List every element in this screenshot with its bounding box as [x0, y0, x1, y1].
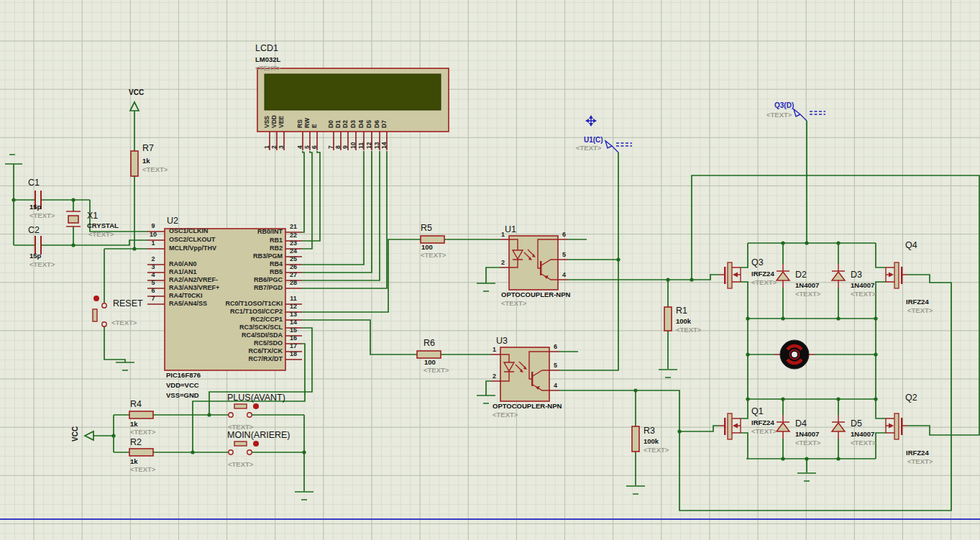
r4-text: <TEXT>	[130, 429, 155, 436]
q3d-text: <TEXT>	[766, 111, 792, 119]
q4-val: IRFZ24	[906, 298, 929, 306]
c2-ref: C2	[28, 226, 40, 235]
schematic-canvas[interactable]: LCD1LM032L<TEXT>VCCR71k<TEXT>C115p<TEXT>…	[0, 0, 980, 540]
resistor-r4[interactable]	[129, 411, 153, 418]
u1-part: OPTOCOUPLER-NPN	[501, 291, 570, 298]
mcu-pin-name-RC5/SDO: RC5/SDO	[182, 340, 283, 347]
mcu-pin-name-RB3/PGM: RB3/PGM	[182, 253, 283, 260]
u3-part: OPTOCOUPLER-NPN	[493, 403, 562, 410]
c1-val: 15p	[29, 203, 41, 211]
diode-d3[interactable]	[832, 264, 845, 288]
resistor-r6[interactable]	[417, 351, 441, 358]
r6-ref: R6	[423, 339, 435, 348]
diode-d5[interactable]	[832, 415, 845, 439]
resistor-r1[interactable]	[664, 307, 672, 331]
lcd-pin-number-4: 4	[297, 145, 303, 149]
d3-ref: D3	[851, 270, 862, 280]
q2-val: IRFZ24	[906, 449, 929, 457]
lcd-pin-name-VSS: VSS	[264, 116, 270, 128]
mcu-pin-name-RC3/SCK/SCL: RC3/SCK/SCL	[182, 324, 283, 331]
lcd1-text: <TEXT>	[255, 65, 280, 72]
u1c-label: U1(C)	[584, 137, 603, 145]
q4-text: <TEXT>	[907, 307, 933, 314]
wire-mid-area[interactable]	[302, 152, 979, 511]
ground-symbol-r1[interactable]	[659, 370, 677, 377]
u1-text: <TEXT>	[501, 300, 526, 307]
c2-text: <TEXT>	[29, 261, 55, 268]
probe-u1c[interactable]	[605, 141, 632, 152]
mcu-pin-number-1: 1	[146, 240, 160, 247]
lcd-pin-number-7: 7	[328, 145, 334, 149]
mcu-pin-number-3: 3	[146, 264, 160, 270]
resistor-r7[interactable]	[131, 151, 138, 176]
mosfet-q3[interactable]	[719, 262, 741, 288]
optocoupler-u3[interactable]	[500, 347, 549, 401]
plus-plunger[interactable]	[253, 403, 259, 409]
q1-text: <TEXT>	[751, 428, 777, 435]
u2-note2: VSS=GND	[166, 392, 199, 399]
u3-pin6-num: 6	[554, 344, 557, 350]
r1-val: 100k	[676, 318, 691, 325]
r6-val: 100	[424, 359, 436, 366]
moin-plunger[interactable]	[253, 441, 259, 447]
lcd-pin-name-D0: D0	[328, 120, 334, 128]
wire-lcd-bus[interactable]	[302, 151, 387, 288]
mcu-pin-number-18: 18	[287, 351, 300, 357]
u1-pin5-num: 5	[562, 252, 566, 258]
u1c-text: <TEXT>	[576, 145, 601, 152]
lcd-pin-name-D4: D4	[358, 120, 365, 128]
resistor-r5[interactable]	[421, 236, 444, 243]
resistor-r3[interactable]	[632, 426, 639, 452]
mosfet-q4[interactable]	[886, 262, 907, 288]
lcd-pin-number-14: 14	[381, 142, 388, 149]
mosfet-q2[interactable]	[886, 413, 907, 439]
ground-symbol-u1[interactable]	[477, 283, 495, 291]
mosfet-q1[interactable]	[719, 413, 741, 439]
u1-pin1-num: 1	[501, 232, 505, 238]
vcc-terminal-left[interactable]	[85, 431, 93, 440]
c2-val: 15p	[29, 252, 41, 260]
lcd-pin-number-12: 12	[366, 142, 372, 149]
d5-ref: D5	[851, 419, 862, 429]
mcu-pin-name-RB1: RB1	[182, 237, 283, 244]
crystal-x1[interactable]	[66, 211, 81, 226]
c1-ref: C1	[28, 178, 40, 188]
lcd-pin-name-D6: D6	[374, 120, 380, 128]
vcc-terminal-top[interactable]	[130, 102, 139, 111]
probe-q3d[interactable]	[794, 109, 825, 121]
mcu-pin-name-RB7/PGD: RB7/PGD	[182, 285, 283, 291]
mcu-pin-number-15: 15	[287, 327, 300, 334]
lcd-pin-number-6: 6	[311, 145, 318, 149]
r4-val: 1k	[130, 421, 138, 428]
mcu-pin-number-6: 6	[146, 288, 160, 294]
vcc2-label: VCC	[72, 426, 80, 441]
lcd1-ref: LCD1	[255, 44, 278, 53]
ground-symbol-r3[interactable]	[626, 486, 645, 494]
mcu-pin-number-25: 25	[287, 256, 300, 262]
x1-ref: X1	[87, 211, 98, 221]
d3-text: <TEXT>	[851, 290, 876, 298]
dc-motor[interactable]	[780, 340, 809, 369]
r3-text: <TEXT>	[644, 447, 669, 454]
mcu-pin-number-21: 21	[287, 224, 300, 230]
r6-text: <TEXT>	[423, 367, 449, 374]
diode-d4[interactable]	[777, 415, 789, 439]
d5-val: 1N4007	[851, 431, 874, 438]
lcd-pin-name-D3: D3	[350, 120, 357, 128]
ground-symbol-bridge[interactable]	[797, 473, 816, 481]
lcd-pin-number-11: 11	[358, 142, 365, 149]
resistor-r2[interactable]	[129, 449, 153, 456]
diode-d2[interactable]	[777, 264, 789, 288]
ground-symbol-reset[interactable]	[116, 362, 134, 370]
mcu-pin-name-RB6/PGC: RB6/PGC	[182, 277, 283, 283]
reset-plunger[interactable]	[93, 296, 99, 301]
r5-text: <TEXT>	[421, 252, 446, 259]
u2-note1: VDD=VCC	[166, 382, 199, 389]
lcd-pin-name-E: E	[311, 124, 318, 128]
lcd-pin-number-1: 1	[264, 145, 270, 149]
optocoupler-u1[interactable]	[509, 236, 558, 290]
ground-symbol-topleft[interactable]	[5, 155, 22, 164]
mcu-pin-name-RB2: RB2	[182, 245, 283, 252]
x1-val: CRYSTAL	[87, 222, 119, 229]
ground-symbol-buttons[interactable]	[295, 492, 313, 500]
